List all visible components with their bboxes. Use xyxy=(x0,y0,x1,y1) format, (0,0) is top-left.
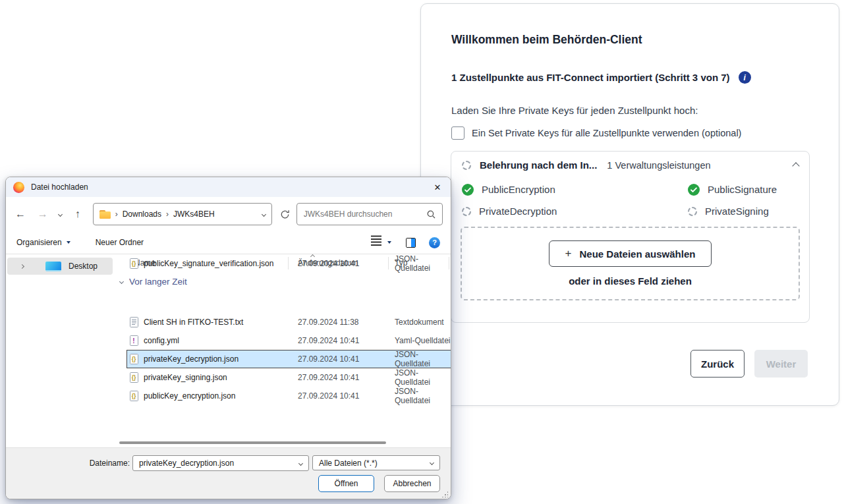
organize-menu[interactable]: Organisieren xyxy=(16,238,70,247)
folder-icon xyxy=(99,210,111,219)
up-arrow-icon[interactable]: ↑ xyxy=(71,208,84,220)
page-title: Willkommen beim Behörden-Client xyxy=(451,33,642,47)
file-date: 27.09.2024 10:41 xyxy=(298,391,359,401)
file-row[interactable]: {} privateKey_signing.json 27.09.2024 10… xyxy=(127,368,451,387)
address-dropdown-chevron-icon[interactable] xyxy=(262,211,266,216)
new-folder-button[interactable]: Neuer Ordner xyxy=(96,238,144,247)
plus-icon: + xyxy=(565,247,572,260)
view-options-caret-icon[interactable] xyxy=(387,241,391,244)
file-row[interactable]: ! config.yml 27.09.2024 10:41 Yaml-Quell… xyxy=(127,331,451,350)
zustellpunkt-header[interactable]: Belehrung nach dem In... 1 Verwaltungsle… xyxy=(462,159,799,171)
sidebar-item-label: Desktop xyxy=(69,262,98,271)
file-date: 27.09.2024 10:41 xyxy=(298,336,359,345)
search-box[interactable] xyxy=(296,203,443,225)
forward-arrow-icon[interactable]: → xyxy=(36,208,49,220)
file-upload-dialog: Datei hochladen ✕ ← → ↑ › Downloads › JW… xyxy=(5,177,451,499)
address-bar[interactable]: › Downloads › JWKs4BEH xyxy=(93,203,272,225)
filename-label: Dateiname: xyxy=(85,459,130,468)
dialog-titlebar: Datei hochladen ✕ xyxy=(6,177,451,197)
pending-circle-icon xyxy=(462,161,471,170)
key-status-public-signature: PublicSignature xyxy=(688,182,800,197)
file-type: Yaml-Quelldatei xyxy=(395,336,450,345)
filetype-combobox[interactable]: Alle Dateien (*.*) xyxy=(312,455,440,470)
services-count: 1 Verwaltungsleistungen xyxy=(607,160,710,171)
breadcrumb-jwks4beh[interactable]: JWKs4BEH xyxy=(173,210,215,219)
file-row[interactable]: {} publicKey_signature_verification.json… xyxy=(127,254,451,273)
file-type: Textdokument xyxy=(395,318,444,327)
file-row-selected[interactable]: {} privateKey_decryption.json 27.09.2024… xyxy=(127,350,451,368)
file-name: Client SH in FITKO-TEST.txt xyxy=(144,318,243,327)
expand-chevron-icon[interactable] xyxy=(20,264,24,268)
refresh-icon[interactable] xyxy=(280,210,290,219)
check-circle-icon xyxy=(462,184,474,196)
step-heading: 1 Zustellpunkte aus FIT-Connect importie… xyxy=(451,72,730,83)
screen: Willkommen beim Behörden-Client 1 Zustel… xyxy=(0,0,844,504)
key-status-grid: PublicEncryption PublicSignature Private… xyxy=(462,182,800,219)
file-type: JSON-Quelldatei xyxy=(395,368,451,387)
open-button[interactable]: Öffnen xyxy=(318,475,374,492)
key-label: PublicSignature xyxy=(708,184,777,195)
key-status-private-decryption: PrivateDecryption xyxy=(462,204,688,219)
key-status-public-encryption: PublicEncryption xyxy=(462,182,688,197)
next-button[interactable]: Weiter xyxy=(754,350,808,378)
combo-chevron-icon[interactable] xyxy=(430,461,434,465)
select-files-label: Neue Dateien auswählen xyxy=(580,248,696,260)
cancel-button[interactable]: Abbrechen xyxy=(384,475,440,492)
dialog-toolbar: Organisieren Neuer Ordner ? xyxy=(6,231,451,254)
close-icon[interactable]: ✕ xyxy=(432,182,443,192)
pending-circle-icon xyxy=(462,207,471,216)
organize-label: Organisieren xyxy=(16,238,62,247)
one-set-checkbox[interactable] xyxy=(451,126,464,140)
list-view-icon[interactable] xyxy=(371,238,381,240)
onboarding-card: Willkommen beim Behörden-Client 1 Zustel… xyxy=(420,3,839,406)
caret-down-icon xyxy=(67,241,70,244)
file-row[interactable]: Client SH in FITKO-TEST.txt 27.09.2024 1… xyxy=(127,313,451,331)
horizontal-scrollbar-track xyxy=(116,439,451,447)
filename-input[interactable] xyxy=(139,459,299,468)
json-file-icon: {} xyxy=(129,372,138,383)
zustellpunkt-name: Belehrung nach dem In... xyxy=(480,159,597,171)
file-name: privateKey_decryption.json xyxy=(144,354,239,364)
dialog-navbar: ← → ↑ › Downloads › JWKs4BEH xyxy=(6,197,451,231)
file-name: privateKey_signing.json xyxy=(144,373,227,382)
file-date: 27.09.2024 10:41 xyxy=(298,354,359,364)
recent-locations-chevron-icon[interactable] xyxy=(58,211,63,216)
file-dropzone[interactable]: + Neue Dateien auswählen oder in dieses … xyxy=(461,227,800,300)
file-name: config.yml xyxy=(144,336,179,345)
json-file-icon: {} xyxy=(129,354,138,365)
breadcrumb-separator: › xyxy=(166,210,169,219)
file-list: Name Änderungsdatum Typ Vor langer Zeit … xyxy=(116,254,451,439)
one-set-checkbox-row: Ein Set Private Keys für alle Zustellpun… xyxy=(451,126,741,140)
check-circle-icon xyxy=(688,184,700,196)
yaml-file-icon: ! xyxy=(129,335,138,347)
group-label: Vor langer Zeit xyxy=(129,277,187,287)
file-row[interactable]: {} publicKey_encryption.json 27.09.2024 … xyxy=(127,387,451,405)
dialog-main: Desktop Name Änderungsdatum Typ Vor lang… xyxy=(6,254,451,439)
group-collapse-chevron-icon[interactable] xyxy=(119,279,124,284)
preview-pane-icon[interactable] xyxy=(406,238,416,248)
pending-circle-icon xyxy=(688,207,697,216)
key-label: PrivateSigning xyxy=(705,206,769,217)
select-files-button[interactable]: + Neue Dateien auswählen xyxy=(549,240,712,267)
breadcrumb-downloads[interactable]: Downloads xyxy=(123,210,161,219)
file-group-header[interactable]: Vor langer Zeit xyxy=(120,277,187,287)
info-icon[interactable]: i xyxy=(739,71,751,84)
one-set-checkbox-label: Ein Set Private Keys für alle Zustellpun… xyxy=(472,128,741,138)
horizontal-scrollbar-thumb[interactable] xyxy=(119,441,386,444)
resize-grip[interactable] xyxy=(441,491,448,497)
sidebar-item-desktop[interactable]: Desktop xyxy=(7,258,113,275)
filetype-value: Alle Dateien (*.*) xyxy=(319,459,378,468)
search-input[interactable] xyxy=(304,210,427,219)
key-label: PrivateDecryption xyxy=(479,206,557,217)
file-date: 27.09.2024 10:41 xyxy=(298,373,359,382)
chevron-up-icon[interactable] xyxy=(792,162,799,169)
back-button[interactable]: Zurück xyxy=(690,350,745,378)
help-icon[interactable]: ? xyxy=(429,237,440,248)
combo-chevron-icon[interactable] xyxy=(298,461,303,465)
filename-combobox[interactable] xyxy=(132,455,309,471)
file-name: publicKey_signature_verification.json xyxy=(144,259,273,268)
file-date: 27.09.2024 10:41 xyxy=(298,259,359,268)
file-date: 27.09.2024 11:38 xyxy=(298,318,359,327)
json-file-icon: {} xyxy=(129,258,138,269)
back-arrow-icon[interactable]: ← xyxy=(14,208,27,220)
